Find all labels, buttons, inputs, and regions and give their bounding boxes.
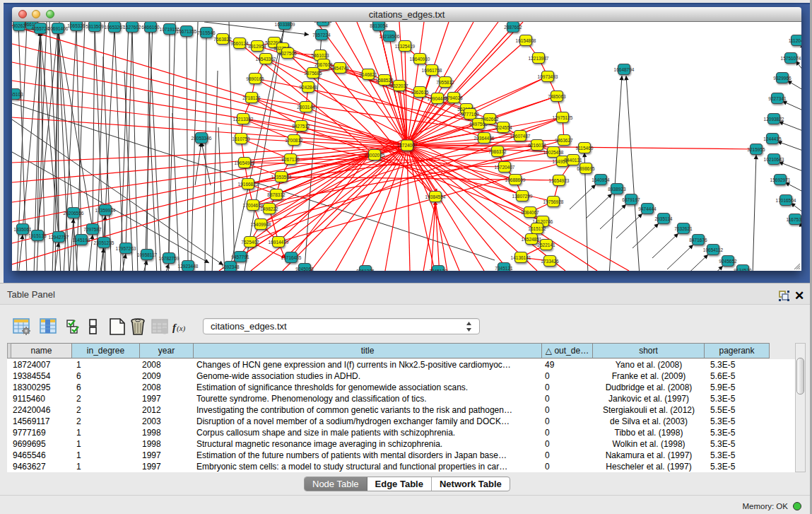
svg-text:11325419: 11325419 xyxy=(395,44,416,49)
svg-text:15692971: 15692971 xyxy=(770,177,791,182)
svg-text:1112045: 1112045 xyxy=(789,38,801,43)
svg-text:9777169: 9777169 xyxy=(461,112,479,117)
svg-text:18640910: 18640910 xyxy=(410,57,430,62)
svg-text:2522141: 2522141 xyxy=(537,243,555,247)
svg-text:14524851: 14524851 xyxy=(522,237,542,242)
svg-text:28053346: 28053346 xyxy=(192,136,212,141)
svg-text:7297587: 7297587 xyxy=(83,227,102,232)
svg-text:12093822: 12093822 xyxy=(764,117,784,122)
svg-text:9794028: 9794028 xyxy=(445,95,463,100)
svg-text:16543362: 16543362 xyxy=(256,57,276,62)
svg-text:16961758: 16961758 xyxy=(422,68,442,73)
svg-text:6898695: 6898695 xyxy=(577,166,595,171)
svg-text:2803144: 2803144 xyxy=(297,105,315,110)
svg-text:16033809: 16033809 xyxy=(275,22,295,27)
svg-text:10607487: 10607487 xyxy=(510,134,531,139)
svg-text:16782759: 16782759 xyxy=(159,256,180,261)
svg-text:7632621: 7632621 xyxy=(674,226,693,231)
svg-text:(x): (x) xyxy=(177,324,186,333)
svg-text:1835061: 1835061 xyxy=(13,227,32,232)
svg-text:1615132: 1615132 xyxy=(528,226,546,231)
svg-text:15716485: 15716485 xyxy=(281,255,302,260)
svg-text:2887662: 2887662 xyxy=(504,25,522,30)
svg-text:20206556: 20206556 xyxy=(64,211,84,216)
svg-text:1145194: 1145194 xyxy=(73,238,90,243)
svg-text:10688609: 10688609 xyxy=(505,177,526,182)
svg-text:7986372: 7986372 xyxy=(488,149,507,154)
svg-text:12213382: 12213382 xyxy=(233,117,254,122)
svg-text:1700812: 1700812 xyxy=(285,138,303,143)
svg-text:8427512: 8427512 xyxy=(292,124,310,129)
svg-text:9242848: 9242848 xyxy=(299,85,317,90)
svg-text:9327505: 9327505 xyxy=(278,51,297,56)
svg-text:10210643: 10210643 xyxy=(764,157,784,162)
svg-text:5461023: 5461023 xyxy=(311,53,329,58)
svg-text:9474444: 9474444 xyxy=(638,206,657,211)
svg-text:1167533: 1167533 xyxy=(787,217,801,222)
svg-text:19218506: 19218506 xyxy=(379,34,400,39)
svg-text:7515546: 7515546 xyxy=(197,30,216,35)
svg-text:9134520: 9134520 xyxy=(734,268,752,271)
svg-text:10958117: 10958117 xyxy=(137,252,158,257)
svg-text:1610753: 1610753 xyxy=(232,136,250,141)
svg-text:7625402: 7625402 xyxy=(241,240,259,245)
svg-text:10653267: 10653267 xyxy=(105,25,125,30)
svg-text:1065103: 1065103 xyxy=(12,92,23,97)
svg-text:7955812: 7955812 xyxy=(436,80,454,85)
svg-text:1362615: 1362615 xyxy=(411,90,429,95)
svg-text:9071641: 9071641 xyxy=(314,22,332,23)
svg-text:4055724: 4055724 xyxy=(31,26,49,31)
svg-text:8440131: 8440131 xyxy=(564,158,582,163)
svg-text:19166825: 19166825 xyxy=(238,182,259,187)
svg-text:17957263: 17957263 xyxy=(116,246,136,251)
svg-text:16648794: 16648794 xyxy=(614,67,635,72)
svg-text:9245068: 9245068 xyxy=(295,267,314,271)
svg-text:9115460: 9115460 xyxy=(576,146,594,151)
svg-text:15720407: 15720407 xyxy=(495,165,515,170)
svg-text:10973493: 10973493 xyxy=(538,74,558,79)
svg-text:1498222: 1498222 xyxy=(260,206,278,211)
svg-text:3875685: 3875685 xyxy=(304,71,322,76)
svg-text:9227341: 9227341 xyxy=(768,96,787,101)
svg-text:13654923: 13654923 xyxy=(549,178,570,183)
svg-text:7663822: 7663822 xyxy=(213,37,232,42)
svg-text:1733426: 1733426 xyxy=(541,259,559,264)
svg-text:12942757: 12942757 xyxy=(49,235,69,240)
svg-text:1640954: 1640954 xyxy=(592,177,610,182)
svg-text:19756928: 19756928 xyxy=(543,199,564,204)
svg-text:2367608: 2367608 xyxy=(314,62,333,67)
svg-text:1915133: 1915133 xyxy=(28,233,47,238)
svg-text:1692348: 1692348 xyxy=(221,264,240,269)
svg-text:8813054: 8813054 xyxy=(370,23,388,28)
svg-text:8267130: 8267130 xyxy=(281,157,300,162)
svg-text:6216034: 6216034 xyxy=(528,143,546,148)
svg-text:8878312: 8878312 xyxy=(267,192,286,197)
svg-text:1527602: 1527602 xyxy=(123,25,141,30)
svg-text:7345120: 7345120 xyxy=(429,269,447,271)
svg-text:16671355: 16671355 xyxy=(177,29,197,34)
svg-text:3024554: 3024554 xyxy=(494,125,512,130)
svg-text:7462662: 7462662 xyxy=(481,117,499,122)
svg-text:8861305: 8861305 xyxy=(356,269,375,271)
svg-text:17016504: 17016504 xyxy=(776,198,796,203)
svg-text:14136141: 14136141 xyxy=(511,255,531,260)
svg-text:1244415: 1244415 xyxy=(763,136,782,141)
svg-text:15751074: 15751074 xyxy=(781,56,801,61)
svg-text:6879197: 6879197 xyxy=(622,197,640,202)
svg-text:8912954: 8912954 xyxy=(248,44,266,49)
svg-text:9660124: 9660124 xyxy=(230,41,249,46)
svg-text:12923448: 12923448 xyxy=(178,264,199,269)
svg-text:19654985: 19654985 xyxy=(235,160,255,165)
svg-text:5313509: 5313509 xyxy=(86,24,104,29)
svg-text:9146821: 9146821 xyxy=(359,72,377,77)
svg-text:12213987: 12213987 xyxy=(529,56,549,61)
svg-text:10654112: 10654112 xyxy=(703,247,724,252)
svg-text:17359934: 17359934 xyxy=(95,208,116,213)
svg-text:23051235: 23051235 xyxy=(94,240,114,245)
svg-text:9245652: 9245652 xyxy=(719,259,737,264)
svg-text:9463627: 9463627 xyxy=(555,138,573,143)
svg-text:3215955: 3215955 xyxy=(747,147,765,152)
svg-text:19384554: 19384554 xyxy=(425,194,446,199)
svg-text:1588520: 1588520 xyxy=(375,78,394,83)
svg-text:2718126: 2718126 xyxy=(242,95,261,100)
